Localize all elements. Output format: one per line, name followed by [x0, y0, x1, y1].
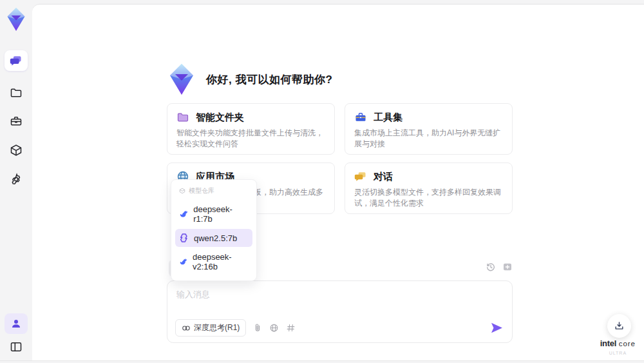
app-logo-icon [166, 63, 197, 96]
card-title: 对话 [374, 171, 393, 183]
message-input[interactable] [167, 281, 512, 315]
model-option-qwen[interactable]: qwen2.5:7b [175, 229, 252, 247]
qwen-icon [179, 233, 189, 243]
window-bottom-divider [0, 360, 644, 361]
deepseek-icon [179, 257, 188, 267]
download-icon [614, 320, 625, 331]
app-logo-icon [5, 6, 28, 32]
sidebar-item-folders[interactable] [5, 83, 28, 103]
history-icon[interactable] [486, 262, 496, 272]
send-button[interactable] [491, 322, 503, 333]
dialog-icon [354, 170, 367, 183]
deepseek-icon [179, 209, 189, 219]
folder-icon [10, 86, 23, 99]
model-dropdown-header: 模型仓库 [175, 185, 252, 199]
intel-core-logo: intel core ULTRA [600, 339, 636, 357]
sidebar-item-chat[interactable] [5, 50, 28, 71]
user-icon [10, 318, 22, 329]
model-dropdown: 模型仓库 deepseek-r1:7b qwen2.5:7b deepseek-… [171, 179, 257, 281]
sidebar-item-toolbox[interactable] [5, 111, 28, 132]
sidebar-item-settings[interactable] [5, 169, 28, 190]
composer: 深度思考(R1) [167, 280, 513, 343]
card-description: 智能文件夹功能支持批量文件上传与清洗，轻松实现文件问答 [176, 128, 325, 150]
card-title: 智能文件夹 [196, 112, 244, 124]
deep-think-icon [182, 324, 191, 332]
model-option-label: qwen2.5:7b [194, 233, 237, 243]
gear-icon [10, 173, 23, 186]
smart-folder-icon [176, 111, 189, 124]
model-option-label: deepseek-v2:16b [193, 252, 249, 271]
sidebar-item-collapse[interactable] [5, 337, 28, 357]
panel-icon [10, 340, 23, 353]
toolset-icon [354, 111, 367, 124]
attachment-icon[interactable] [253, 323, 262, 333]
card-description: 集成市场上主流工具，助力AI与外界无缝扩展与对接 [354, 128, 503, 150]
model-option-label: deepseek-r1:7b [193, 204, 249, 224]
download-button[interactable] [607, 314, 631, 338]
globe-icon[interactable] [269, 323, 279, 333]
deep-think-toggle[interactable]: 深度思考(R1) [175, 319, 246, 337]
sidebar-item-account[interactable] [5, 313, 28, 334]
chat-bubble-icon [10, 54, 23, 67]
sidebar [0, 0, 32, 363]
card-description: 灵活切换多模型文件，支持多样回复效果调试，满足个性化需求 [354, 187, 503, 209]
new-chat-icon[interactable] [502, 262, 513, 272]
card-dialog[interactable]: 对话 灵活切换多模型文件，支持多样回复效果调试，满足个性化需求 [345, 162, 513, 214]
model-option-deepseek-r1[interactable]: deepseek-r1:7b [175, 201, 252, 228]
repository-icon [179, 188, 185, 194]
greeting-title: 你好, 我可以如何帮助你? [206, 72, 332, 87]
card-smart-folder[interactable]: 智能文件夹 智能文件夹功能支持批量文件上传与清洗，轻松实现文件问答 [167, 103, 335, 155]
greeting: 你好, 我可以如何帮助你? [166, 63, 332, 96]
composer-toolbar: 深度思考(R1) [175, 319, 503, 337]
cube-icon [10, 144, 23, 157]
card-title: 工具集 [374, 112, 402, 124]
grid-icon[interactable] [286, 323, 296, 333]
briefcase-icon [10, 115, 23, 128]
sidebar-item-models[interactable] [5, 140, 28, 161]
main-panel: 你好, 我可以如何帮助你? 智能文件夹 智能文件夹功能支持批量文件上传与清洗，轻… [32, 4, 644, 360]
model-option-deepseek-v2[interactable]: deepseek-v2:16b [175, 248, 252, 275]
card-toolset[interactable]: 工具集 集成市场上主流工具，助力AI与外界无缝扩展与对接 [345, 103, 513, 155]
